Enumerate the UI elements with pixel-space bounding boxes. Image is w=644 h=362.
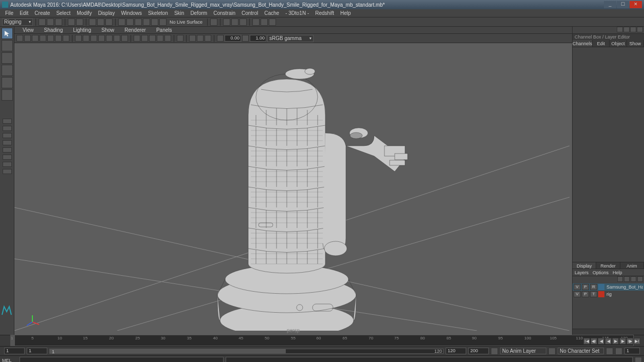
menu-skin[interactable]: Skin [174,10,184,16]
layer-display-type[interactable]: T [590,291,597,297]
hypershade-icon[interactable] [252,18,260,26]
move-layer-down-icon[interactable] [624,276,630,282]
layer-playback-toggle[interactable]: P [582,291,589,297]
layer-playback-toggle[interactable]: P [582,284,589,290]
scale-tool-icon[interactable] [2,89,13,101]
snap-curve-icon[interactable] [126,18,134,26]
resolution-gate-icon[interactable] [90,35,97,42]
xray-icon[interactable] [189,35,196,42]
render-view-icon[interactable] [269,18,276,26]
tab-object[interactable]: Object [610,40,627,47]
select-camera-icon[interactable] [16,35,23,42]
exposure-value[interactable]: 0.00 [225,35,241,42]
range-handle[interactable]: 1 [50,349,286,353]
time-ruler[interactable]: 1 5 10 15 20 25 30 35 40 45 50 55 60 65 … [10,335,634,346]
save-scene-icon[interactable] [55,18,62,26]
menu-deform[interactable]: Deform [190,10,207,16]
menu-modify[interactable]: Modify [77,10,91,16]
layer-visibility-toggle[interactable]: V [574,284,581,290]
smooth-shade-icon[interactable] [141,35,148,42]
layer-row[interactable]: V P T rig [573,291,644,298]
script-editor-icon[interactable] [635,357,642,362]
layer-display-type[interactable]: R [590,284,597,290]
textured-icon[interactable] [149,35,156,42]
layer-color-swatch[interactable] [598,284,604,290]
image-plane-icon[interactable] [47,35,54,42]
prefs-icon[interactable] [615,348,622,355]
vp-menu-renderer[interactable]: Renderer [124,27,146,33]
command-input[interactable] [20,357,224,362]
go-to-start-icon[interactable]: I◀ [583,338,590,345]
menu-3dto1n[interactable]: - 3Dto1N - [285,10,309,16]
modeling-toolkit-toggle-icon[interactable] [637,27,643,32]
vp-menu-panels[interactable]: Panels [156,27,172,33]
lock-camera-icon[interactable] [24,35,31,42]
layout-two-stacked-icon[interactable] [3,140,12,145]
menu-windows[interactable]: Windows [121,10,142,16]
new-layer-selected-icon[interactable] [637,276,643,282]
menu-display[interactable]: Display [98,10,115,16]
snap-plane-icon[interactable] [143,18,150,26]
select-object-icon[interactable] [97,18,104,26]
menu-create[interactable]: Create [34,10,50,16]
grid-icon[interactable] [75,35,82,42]
close-button[interactable]: ✕ [630,1,642,8]
step-back-frame-icon[interactable]: ◀ [598,338,604,345]
layout-custom-icon[interactable] [3,169,12,174]
menu-skeleton[interactable]: Skeleton [148,10,168,16]
snap-grid-icon[interactable] [118,18,125,26]
menu-edit[interactable]: Edit [20,10,28,16]
tab-cb-show[interactable]: Show [627,40,644,47]
rotate-tool-icon[interactable] [2,77,13,88]
shadows-icon[interactable] [164,35,171,42]
snap-live-icon[interactable] [151,18,158,26]
undo-icon[interactable] [68,18,75,26]
tab-render-layers[interactable]: Render [596,262,620,269]
time-slider[interactable]: 1 5 10 15 20 25 30 35 40 45 50 55 60 65 … [0,335,644,346]
move-tool-icon[interactable] [2,65,13,76]
select-hierarchy-icon[interactable] [89,18,96,26]
channel-box-toggle-icon[interactable] [630,27,636,32]
maximize-button[interactable]: ☐ [617,1,629,8]
film-gate-icon[interactable] [83,35,89,42]
magnet-icon[interactable] [159,18,167,26]
bookmarks-icon[interactable] [40,35,46,42]
2d-pan-icon[interactable] [55,35,62,42]
gamma-value[interactable]: 1.00 [250,35,266,42]
menu-redshift[interactable]: Redshift [315,10,334,16]
camera-attributes-icon[interactable] [32,35,39,42]
layer-name[interactable]: rig [605,292,643,297]
safe-title-icon[interactable] [121,35,128,42]
menu-select[interactable]: Select [56,10,70,16]
vp-menu-shading[interactable]: Shading [44,27,63,33]
layout-persp-graph-icon[interactable] [3,155,12,160]
current-frame-input[interactable]: 1 [624,348,640,354]
autokey-icon[interactable] [606,348,613,355]
play-forwards-icon[interactable]: ▶ [612,338,619,345]
layer-menu-help[interactable]: Help [613,269,622,276]
open-scene-icon[interactable] [47,18,54,26]
field-chart-icon[interactable] [106,35,113,42]
range-end-input[interactable]: 200 [468,348,489,354]
viewport[interactable]: persp [14,43,572,335]
vp-menu-show[interactable]: Show [101,27,114,33]
tab-channels[interactable]: Channels [573,40,593,47]
menu-constrain[interactable]: Constrain [213,10,235,16]
ipr-render-icon[interactable] [231,18,238,26]
vp-menu-lighting[interactable]: Lighting [73,27,91,33]
menu-cache[interactable]: Cache [264,10,279,16]
menu-control[interactable]: Control [242,10,258,16]
play-backwards-icon[interactable]: ◀ [605,338,612,345]
layout-outliner-icon[interactable] [3,147,12,153]
select-tool-icon[interactable] [2,28,13,39]
layer-menu-options[interactable]: Options [593,269,609,276]
move-layer-up-icon[interactable] [617,276,623,282]
gate-mask-icon[interactable] [98,35,105,42]
workspace-selector[interactable]: Rigging▾ [2,18,33,26]
vp-menu-view[interactable]: View [23,27,34,33]
layout-four-icon[interactable] [3,126,12,131]
anim-layer-icon[interactable] [548,348,556,355]
go-to-end-icon[interactable]: ▶I [634,338,640,345]
redo-icon[interactable] [76,18,83,26]
range-options-icon[interactable] [491,348,498,355]
